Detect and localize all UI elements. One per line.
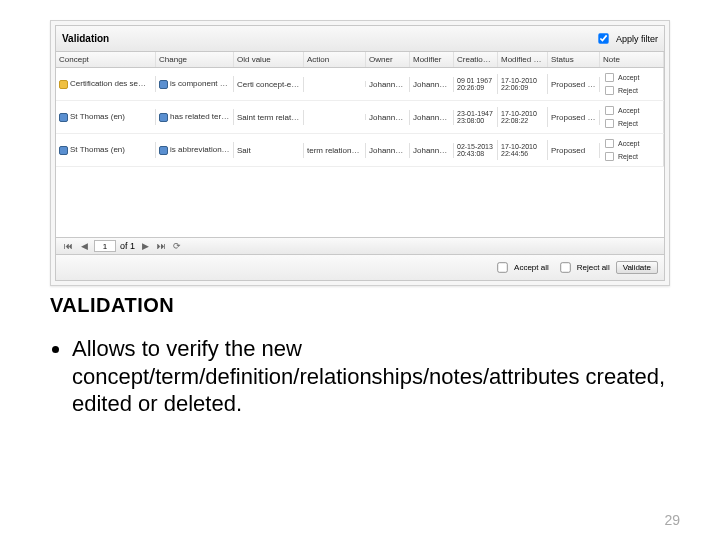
cell-modified-time: 22:08:22 bbox=[501, 117, 544, 124]
bullet-list: Allows to verify the new concept/term/de… bbox=[50, 335, 670, 418]
col-note[interactable]: Note bbox=[600, 52, 664, 67]
concept-icon bbox=[59, 113, 68, 122]
cell-modifier: Johannsen bbox=[410, 77, 454, 92]
col-modified[interactable]: Modified date bbox=[498, 52, 548, 67]
cell-created-date: 23-01-1947 bbox=[457, 110, 494, 117]
column-header-row: Concept Change Old value Action Owner Mo… bbox=[56, 52, 664, 68]
cell-owner: Johannsen bbox=[366, 77, 410, 92]
change-icon bbox=[159, 146, 168, 155]
reject-checkbox[interactable]: Reject bbox=[603, 117, 660, 130]
change-icon bbox=[159, 113, 168, 122]
col-change[interactable]: Change bbox=[156, 52, 234, 67]
cell-owner: Johannsen bbox=[366, 143, 410, 158]
empty-space bbox=[56, 167, 664, 237]
cell-created-time: 23:08:00 bbox=[457, 117, 494, 124]
reject-checkbox[interactable]: Reject bbox=[603, 84, 660, 97]
cell-action: term relation-to-add bbox=[304, 143, 366, 158]
cell-modified-date: 17-10-2010 bbox=[501, 143, 544, 150]
apply-filter-label: Apply filter bbox=[616, 34, 658, 44]
cell-oldvalue: Certi concept-enfant de Sec bbox=[234, 77, 304, 92]
col-action[interactable]: Action bbox=[304, 52, 366, 67]
bullet-item: Allows to verify the new concept/term/de… bbox=[72, 335, 670, 418]
cell-change: is abbreviation of (en) bbox=[170, 145, 234, 154]
col-owner[interactable]: Owner bbox=[366, 52, 410, 67]
page-of-label: of 1 bbox=[120, 241, 135, 251]
page-input[interactable] bbox=[94, 240, 116, 252]
cell-modified-time: 22:06:09 bbox=[501, 84, 544, 91]
first-page-icon[interactable]: ⏮ bbox=[62, 240, 74, 252]
cell-status: Proposed bbox=[548, 143, 600, 158]
cell-modified-time: 22:44:56 bbox=[501, 150, 544, 157]
cell-action bbox=[304, 114, 366, 120]
page-number: 29 bbox=[664, 512, 680, 528]
panel-titlebar: Validation Apply filter bbox=[56, 26, 664, 52]
cell-modifier: Johannsen bbox=[410, 110, 454, 125]
concept-icon bbox=[59, 146, 68, 155]
col-concept[interactable]: Concept bbox=[56, 52, 156, 67]
accept-all-checkbox[interactable]: Accept all bbox=[492, 258, 549, 277]
change-icon bbox=[159, 80, 168, 89]
col-modifier[interactable]: Modifier bbox=[410, 52, 454, 67]
accept-checkbox[interactable]: Accept bbox=[603, 71, 660, 84]
table-row[interactable]: Certification des semences (fr) is compo… bbox=[56, 68, 664, 101]
section-title: VALIDATION bbox=[50, 294, 670, 317]
cell-created-time: 20:43:08 bbox=[457, 150, 494, 157]
table-row[interactable]: St Thomas (en) has related term (en) Sai… bbox=[56, 101, 664, 134]
footer-actions: Accept all Reject all Validate bbox=[56, 254, 664, 280]
cell-concept: St Thomas (en) bbox=[70, 145, 125, 154]
validation-panel: Validation Apply filter Concept Change O… bbox=[55, 25, 665, 281]
reject-all-checkbox[interactable]: Reject all bbox=[555, 258, 610, 277]
cell-owner: Johannsen bbox=[366, 110, 410, 125]
cell-oldvalue: Saint term relation-to-del bbox=[234, 110, 304, 125]
reject-checkbox[interactable]: Reject bbox=[603, 150, 660, 163]
prev-page-icon[interactable]: ◀ bbox=[78, 240, 90, 252]
validation-panel-wrap: Validation Apply filter Concept Change O… bbox=[50, 20, 670, 286]
concept-icon bbox=[59, 80, 68, 89]
cell-modified-date: 17-10-2010 bbox=[501, 110, 544, 117]
cell-created-time: 20:26:09 bbox=[457, 84, 494, 91]
apply-filter-checkbox[interactable]: Apply filter bbox=[593, 29, 658, 48]
accept-checkbox[interactable]: Accept bbox=[603, 104, 660, 117]
cell-change: has related term (en) bbox=[170, 112, 234, 121]
apply-filter-input[interactable] bbox=[598, 33, 608, 43]
refresh-icon[interactable]: ⟳ bbox=[171, 240, 183, 252]
cell-created-date: 09 01 1967 bbox=[457, 77, 494, 84]
cell-modifier: Johannsen bbox=[410, 143, 454, 158]
cell-concept: Certification des semences (fr) bbox=[70, 79, 156, 88]
validate-button[interactable]: Validate bbox=[616, 261, 658, 274]
col-status[interactable]: Status bbox=[548, 52, 600, 67]
pager: ⏮ ◀ of 1 ▶ ⏭ ⟳ bbox=[56, 237, 664, 254]
accept-checkbox[interactable]: Accept bbox=[603, 137, 660, 150]
cell-modified-date: 17-10-2010 bbox=[501, 77, 544, 84]
next-page-icon[interactable]: ▶ bbox=[139, 240, 151, 252]
panel-title: Validation bbox=[62, 33, 593, 44]
cell-status: Proposed deprec bbox=[548, 77, 600, 92]
cell-status: Proposed deprec bbox=[548, 110, 600, 125]
cell-concept: St Thomas (en) bbox=[70, 112, 125, 121]
table-row[interactable]: St Thomas (en) is abbreviation of (en) S… bbox=[56, 134, 664, 167]
cell-change: is component of (en) bbox=[170, 79, 234, 88]
last-page-icon[interactable]: ⏭ bbox=[155, 240, 167, 252]
cell-action bbox=[304, 81, 366, 87]
cell-created-date: 02-15-2013 bbox=[457, 143, 494, 150]
col-oldvalue[interactable]: Old value bbox=[234, 52, 304, 67]
col-created[interactable]: Creation date bbox=[454, 52, 498, 67]
cell-oldvalue: Sait bbox=[234, 143, 304, 158]
